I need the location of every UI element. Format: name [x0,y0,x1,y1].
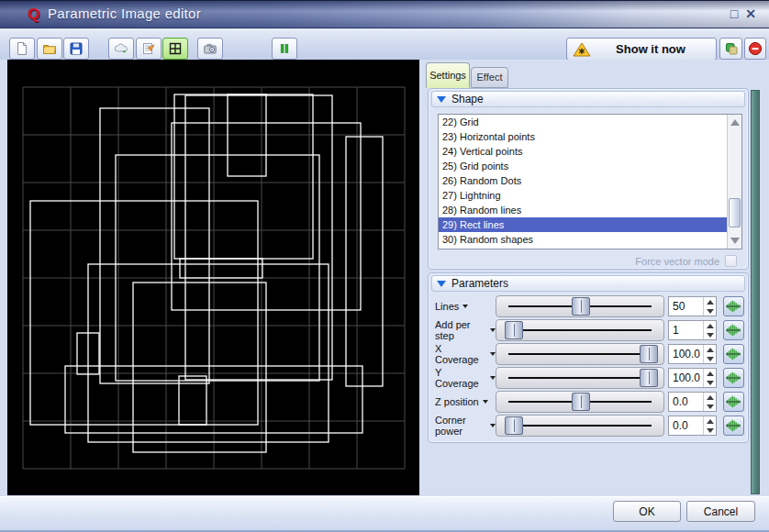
spin-down-button[interactable] [704,378,717,387]
y-coverage-modulation-button[interactable] [723,368,744,388]
add-per-step-slider[interactable] [496,319,664,341]
blackout-button[interactable] [744,38,766,60]
force-vector-checkbox [725,255,737,267]
show-it-now-button[interactable]: Show it now [566,38,717,61]
spin-up-button[interactable] [704,321,717,330]
spin-down-button[interactable] [704,306,717,316]
x-coverage-modulation-button[interactable] [723,344,744,364]
shape-list-item[interactable]: 26) Random Dots [439,173,741,188]
z-position-label[interactable]: Z position [432,396,496,407]
shape-list-item[interactable]: 23) Horizontal points [439,129,741,144]
corner-power-value-input[interactable] [669,416,702,435]
spin-up-button[interactable] [704,345,717,354]
slider-track [508,329,652,331]
shape-list-item[interactable]: 24) Vertical points [439,144,741,159]
open-button[interactable] [37,38,62,60]
lines-modulation-button[interactable] [723,296,744,316]
close-button[interactable]: ✕ [745,6,756,21]
lines-label[interactable]: Lines [432,301,496,312]
app-logo-icon: Q [28,6,39,24]
shape-list-item[interactable]: 25) Grid points [439,159,741,173]
x-coverage-value-input[interactable] [669,345,702,363]
force-vector-row: Force vector mode [635,255,737,267]
maximize-button[interactable]: □ [730,6,738,21]
y-coverage-value-input[interactable] [669,369,702,387]
window-mode-button[interactable] [719,38,742,60]
spin-down-button[interactable] [704,330,717,339]
shape-list-item[interactable]: 27) Lightning [439,188,741,203]
corner-power-slider[interactable] [496,415,664,437]
slider-thumb[interactable] [640,345,658,363]
cancel-button[interactable]: Cancel [686,501,755,522]
slider-thumb[interactable] [505,416,523,435]
waveform-icon [726,418,741,433]
slider-track [508,377,652,379]
y-coverage-slider[interactable] [496,367,664,389]
new-file-button[interactable] [9,38,35,60]
snapshot-button[interactable] [197,38,223,60]
shape-list-item[interactable]: 22) Grid [439,115,741,129]
waveform-icon [726,371,741,385]
corner-power-label[interactable]: Corner power [432,415,496,437]
spinner [703,369,716,387]
slider-track [508,425,652,427]
shape-section-header[interactable]: Shape [431,91,745,107]
slider-thumb[interactable] [572,297,590,316]
spin-down-button[interactable] [704,354,717,363]
spin-up-button[interactable] [704,297,717,306]
lines-slider[interactable] [496,295,664,317]
add-per-step-modulation-button[interactable] [723,320,744,340]
waveform-icon [726,299,741,314]
grid-toggle-button[interactable] [162,38,188,60]
spinner [703,345,716,363]
parametric-image-editor-window: Q Parametric Image editor □ ✕ [0,0,769,532]
z-position-value-box [668,392,717,412]
spin-up-button[interactable] [704,416,717,426]
parameters-section-header[interactable]: Parameters [431,275,745,292]
dropdown-arrow-icon [463,305,468,308]
settings-panel: Settings Effect Shape 22) Grid 23) Horiz… [419,60,769,496]
x-coverage-label[interactable]: X Coverage [432,343,496,365]
x-coverage-slider[interactable] [496,343,664,365]
shape-list-item[interactable]: 28) Random lines [439,203,741,217]
preview-canvas [7,60,419,495]
tab-settings[interactable]: Settings [426,62,470,88]
param-label-text: Lines [435,301,459,312]
titlebar[interactable]: Q Parametric Image editor □ ✕ [0,1,769,28]
waveform-icon [726,347,741,361]
slider-thumb[interactable] [572,393,590,411]
scroll-thumb[interactable] [729,198,741,227]
scroll-down-icon[interactable] [730,238,740,244]
window-title: Parametric Image editor [48,6,201,21]
spin-up-button[interactable] [704,393,717,402]
pause-button[interactable] [272,38,297,60]
tab-effect[interactable]: Effect [471,67,508,88]
waveform-icon [726,394,741,409]
slider-thumb[interactable] [505,321,523,339]
spin-up-button[interactable] [704,369,717,378]
scroll-up-icon[interactable] [730,119,740,126]
spin-down-button[interactable] [704,426,717,435]
add-per-step-label[interactable]: Add per step [432,319,496,341]
lines-value-input[interactable] [669,297,702,316]
z-position-modulation-button[interactable] [723,392,744,412]
y-coverage-label[interactable]: Y Coverage [432,367,496,389]
cloud-button[interactable] [108,38,134,60]
add-per-step-value-input[interactable] [669,321,702,339]
param-row-x-coverage: X Coverage [432,343,746,365]
properties-button[interactable] [136,38,162,60]
spin-down-button[interactable] [704,402,717,411]
z-position-slider[interactable] [496,391,664,413]
window-controls: □ ✕ [730,6,756,21]
x-coverage-value-box [668,344,717,364]
slider-thumb[interactable] [640,369,658,387]
shape-header-label: Shape [451,93,484,105]
shape-list-item[interactable]: 30) Random shapes [439,232,741,247]
cloud-icon [114,41,128,56]
z-position-value-input[interactable] [669,393,702,411]
list-scrollbar[interactable] [727,115,741,249]
save-button[interactable] [63,38,89,60]
corner-power-modulation-button[interactable] [723,416,744,436]
shape-list-item[interactable]: 29) Rect lines [439,217,741,232]
ok-button[interactable]: OK [613,501,681,522]
